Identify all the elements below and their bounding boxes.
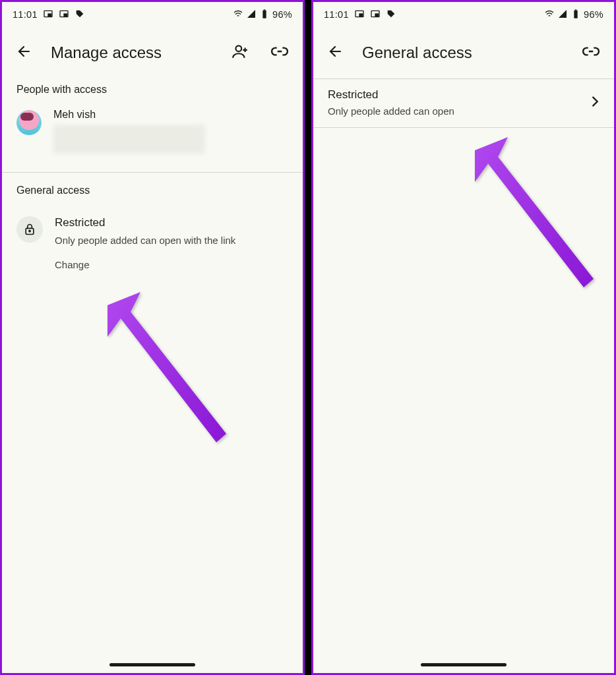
chevron-right-icon xyxy=(588,94,602,111)
people-section-header: People with access xyxy=(2,78,303,105)
annotation-arrow xyxy=(94,279,239,453)
battery-icon xyxy=(570,9,581,21)
person-name: Meh vish xyxy=(53,106,288,121)
tag-icon xyxy=(386,9,396,21)
access-subtitle: Only people added can open with the link xyxy=(55,235,288,246)
change-link[interactable]: Change xyxy=(55,259,90,270)
person-email-redacted xyxy=(53,125,205,154)
back-button[interactable] xyxy=(13,40,36,66)
access-option-row[interactable]: Restricted Only people added can open xyxy=(313,79,614,127)
link-button[interactable] xyxy=(267,39,292,67)
status-bar: 11:01 96% xyxy=(313,2,614,23)
option-subtitle: Only people added can open xyxy=(328,105,588,117)
svg-rect-11 xyxy=(359,14,363,16)
battery-icon xyxy=(259,9,270,21)
add-person-button[interactable] xyxy=(228,39,253,67)
signal-icon xyxy=(246,9,257,21)
app-bar: General access xyxy=(313,23,614,78)
back-button[interactable] xyxy=(324,40,348,66)
tag-icon xyxy=(75,9,85,21)
status-bar: 11:01 96% xyxy=(2,2,303,23)
person-row[interactable]: Meh vish xyxy=(2,105,303,172)
page-title: General access xyxy=(362,44,472,62)
general-access-row[interactable]: Restricted Only people added can open wi… xyxy=(2,206,303,276)
pip-icon-2 xyxy=(59,9,69,21)
app-bar: Manage access xyxy=(2,23,303,78)
access-title: Restricted xyxy=(55,216,288,229)
wifi-icon xyxy=(544,9,555,21)
pip-icon-1 xyxy=(354,9,365,21)
battery-percent: 96% xyxy=(272,9,292,20)
svg-rect-14 xyxy=(574,10,577,18)
svg-rect-1 xyxy=(48,14,51,16)
option-title: Restricted xyxy=(328,88,588,102)
signal-icon xyxy=(557,9,568,21)
avatar xyxy=(16,110,42,135)
svg-rect-5 xyxy=(264,9,266,10)
nav-handle[interactable] xyxy=(109,663,195,666)
svg-rect-13 xyxy=(375,14,379,16)
status-time: 11:01 xyxy=(324,9,349,20)
screen-manage-access: 11:01 96% Manage access People with acce… xyxy=(0,0,305,675)
svg-point-8 xyxy=(29,230,30,231)
svg-marker-16 xyxy=(475,137,594,287)
svg-rect-15 xyxy=(575,9,577,10)
svg-rect-3 xyxy=(64,14,67,16)
svg-marker-9 xyxy=(108,292,226,442)
pip-icon-1 xyxy=(43,9,53,21)
pip-icon-2 xyxy=(370,9,381,21)
wifi-icon xyxy=(233,9,243,21)
battery-percent: 96% xyxy=(584,9,603,20)
svg-rect-4 xyxy=(262,10,266,18)
status-time: 11:01 xyxy=(13,9,38,20)
general-access-header: General access xyxy=(2,173,303,206)
link-button[interactable] xyxy=(578,39,603,67)
nav-handle[interactable] xyxy=(421,663,507,666)
svg-point-6 xyxy=(236,45,242,51)
screen-general-access: 11:01 96% General access Restricted Only… xyxy=(311,0,616,675)
page-title: Manage access xyxy=(51,44,162,62)
divider xyxy=(313,127,614,128)
annotation-arrow xyxy=(462,124,607,298)
lock-icon xyxy=(16,216,43,243)
